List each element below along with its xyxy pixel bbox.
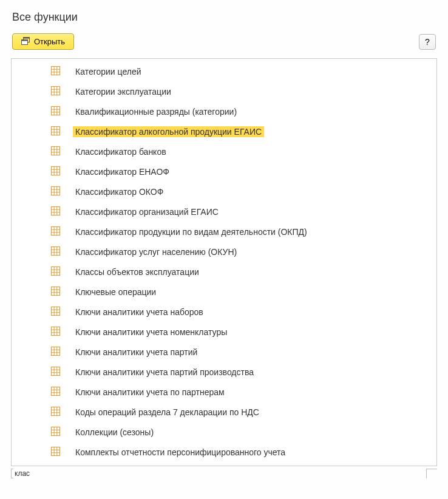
table-icon: [50, 466, 61, 467]
tree-item-label: Комплекты отчетности персонифицированног…: [73, 447, 288, 458]
tree-item[interactable]: Коллекции (сезоны): [50, 422, 436, 442]
tree-item[interactable]: Классификатор организаций ЕГАИС: [50, 202, 436, 222]
table-icon: [50, 286, 61, 298]
tree-item[interactable]: Классификатор продукции по видам деятель…: [50, 222, 436, 242]
svg-rect-3: [22, 40, 28, 41]
svg-rect-19: [52, 126, 60, 135]
svg-rect-4: [52, 66, 60, 75]
svg-rect-79: [52, 367, 60, 375]
table-icon: [50, 246, 61, 258]
function-list-container[interactable]: Категории целей Категории эксплуатации К…: [11, 58, 437, 466]
table-icon: [50, 326, 61, 338]
tree-item-label: Ключи аналитики учета номенклатуры: [73, 327, 229, 338]
table-icon: [50, 306, 61, 318]
svg-rect-84: [52, 387, 60, 395]
resize-handle[interactable]: [426, 469, 437, 478]
table-icon: [50, 346, 61, 358]
open-button-label: Открыть: [34, 37, 65, 46]
svg-rect-99: [52, 447, 60, 455]
svg-rect-64: [52, 307, 60, 315]
tree-item[interactable]: Ключевые операции: [50, 282, 436, 302]
tree-item-label: Ключи аналитики учета по партнерам: [73, 387, 227, 398]
tree-item-label: Квалификационные разряды (категории): [73, 106, 239, 117]
tree-item[interactable]: Комплекты финансовых отчетов: [50, 462, 436, 466]
tree-item-label: Ключи аналитики учета наборов: [73, 307, 206, 317]
table-icon: [50, 106, 61, 118]
tree-item[interactable]: Категории эксплуатации: [50, 81, 436, 101]
svg-rect-1: [24, 38, 30, 39]
help-button[interactable]: ?: [419, 34, 436, 50]
toolbar: Открыть ?: [11, 33, 437, 50]
tree-item[interactable]: Классификатор ОКОФ: [50, 182, 436, 202]
tree-item[interactable]: Классы объектов эксплуатации: [50, 262, 436, 282]
table-icon: [50, 426, 61, 438]
svg-rect-34: [52, 186, 60, 195]
tree-item[interactable]: Комплекты отчетности персонифицированног…: [50, 442, 436, 462]
table-icon: [50, 366, 61, 378]
svg-rect-89: [52, 407, 60, 415]
tree-item[interactable]: Ключи аналитики учета партий: [50, 342, 436, 362]
tree-item[interactable]: Ключи аналитики учета номенклатуры: [50, 322, 436, 342]
tree-item-label: Классификатор услуг населению (ОКУН): [73, 246, 239, 257]
svg-rect-94: [52, 427, 60, 435]
status-bar: клас: [11, 467, 437, 479]
tree-item-label: Ключевые операции: [73, 287, 158, 297]
table-icon: [50, 446, 61, 458]
tree-item[interactable]: Классификатор банков: [50, 141, 436, 161]
table-icon: [50, 146, 61, 158]
tree-item[interactable]: Категории целей: [50, 61, 436, 81]
search-status-text: клас: [13, 469, 423, 478]
tree-item-label: Классификатор ЕНАОФ: [73, 166, 172, 177]
svg-rect-59: [52, 287, 60, 295]
tree-item-label: Классификатор ОКОФ: [73, 186, 166, 197]
table-icon: [50, 386, 61, 398]
table-icon: [50, 206, 61, 218]
table-icon: [50, 266, 61, 278]
svg-rect-69: [52, 327, 60, 335]
table-icon: [50, 406, 61, 418]
svg-rect-54: [52, 266, 60, 275]
tree-item-label: Коллекции (сезоны): [73, 427, 156, 438]
svg-rect-49: [52, 246, 60, 255]
table-icon: [50, 186, 61, 198]
svg-rect-24: [52, 146, 60, 155]
svg-rect-74: [52, 347, 60, 355]
table-icon: [50, 86, 61, 98]
tree-item[interactable]: Ключи аналитики учета партий производств…: [50, 362, 436, 382]
svg-rect-44: [52, 226, 60, 235]
svg-rect-39: [52, 206, 60, 215]
tree-item[interactable]: Классификатор ЕНАОФ: [50, 161, 436, 182]
tree-item[interactable]: Квалификационные разряды (категории): [50, 101, 436, 121]
tree-item[interactable]: Ключи аналитики учета наборов: [50, 302, 436, 322]
table-icon: [50, 166, 61, 178]
page-title: Все функции: [12, 11, 437, 24]
tree-item[interactable]: Ключи аналитики учета по партнерам: [50, 382, 436, 402]
tree-item-label: Классификатор организаций ЕГАИС: [73, 206, 221, 217]
tree-item[interactable]: Классификатор алкогольной продукции ЕГАИ…: [50, 121, 436, 141]
tree-item-label: Категории эксплуатации: [73, 86, 174, 97]
tree-item-label: Классификатор алкогольной продукции ЕГАИ…: [73, 126, 264, 137]
table-icon: [50, 126, 61, 138]
svg-rect-9: [52, 86, 60, 95]
table-icon: [50, 226, 61, 238]
svg-rect-14: [52, 106, 60, 115]
tree-item-label: Ключи аналитики учета партий: [73, 347, 200, 358]
tree-item[interactable]: Классификатор услуг населению (ОКУН): [50, 242, 436, 262]
tree-item-label: Категории целей: [73, 66, 144, 77]
tree-item-label: Классы объектов эксплуатации: [73, 266, 202, 277]
tree-item[interactable]: Коды операций раздела 7 декларации по НД…: [50, 402, 436, 422]
table-icon: [50, 66, 61, 78]
tree-item-label: Классификатор банков: [73, 146, 169, 157]
open-button[interactable]: Открыть: [12, 33, 74, 50]
svg-rect-29: [52, 166, 60, 175]
tree-item-label: Классификатор продукции по видам деятель…: [73, 226, 310, 237]
open-window-icon: [21, 37, 30, 46]
tree-item-label: Коды операций раздела 7 декларации по НД…: [73, 407, 262, 418]
function-tree: Категории целей Категории эксплуатации К…: [12, 59, 436, 466]
tree-item-label: Ключи аналитики учета партий производств…: [73, 367, 256, 378]
